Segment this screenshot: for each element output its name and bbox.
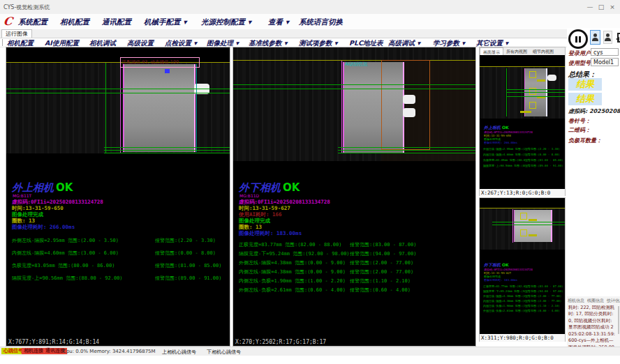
ai-overlay-label: AI识别信息 [345, 61, 367, 68]
camera-name: 外上相机 [484, 125, 501, 130]
measurement-row: 隔膜宽度-下=95.24mm 范围:(92.00 - 98.00) 报警范围:(… [239, 250, 416, 257]
overlay-green-line [6, 93, 230, 93]
alarm-range: 报警范围:(89.00 - 91.00) [155, 275, 221, 282]
view-tab-bar: 运行图像 [0, 29, 620, 38]
model-value[interactable]: Model1 [591, 58, 619, 66]
thumb-image-area: 外上相机OK 虚拟码:0FI1i=20250208133124728 时间:13… [480, 55, 565, 189]
overlay-green-vline [506, 68, 507, 116]
menu-comm-config[interactable]: 通讯配置 [102, 17, 131, 27]
measurement-row: 内侧左线-负极=1.90mm 范围:(1.00 - 2.20) 报警范围:(1.… [239, 278, 411, 285]
mini-measure-row: 内侧左线-隔膜=4.60mm 范围:(3.00 - 6.00) 报警范围:(0.… [483, 153, 563, 156]
alarm-range: 报警范围:(81.00 - 85.00) [155, 262, 221, 269]
info-tab-coil[interactable]: 线圈信息 [587, 298, 604, 304]
menu-light-config[interactable]: 光源控制配置 ▾ [201, 17, 251, 27]
electrode-region [123, 64, 195, 152]
thumb-tab-display[interactable]: 画面显示 [480, 47, 503, 55]
measure-value: 隔膜宽度-上=90.56mm 范围:(88.00 - 92.00) [483, 164, 525, 167]
pin-number-label: 卷针号： [568, 117, 591, 125]
login-user-value[interactable]: cys [591, 48, 619, 56]
measurement-row: 外侧左线-负极=2.61mm 范围:(0.60 - 4.00) 报警范围:(0.… [239, 287, 411, 294]
roi-value-label [520, 111, 531, 113]
roi-marker [529, 102, 536, 109]
overlay-cyan-vline [196, 64, 197, 152]
scrollbar-thumb[interactable] [618, 306, 619, 334]
alarm-range: 报警范围:(2.00 - 77.00) [525, 299, 561, 303]
window-title: CYS-视觉检测系统 [3, 3, 50, 11]
menu-system-config[interactable]: 系统配置 [18, 17, 47, 27]
measure-value: 负极宽度=83.05mm 范围:(80.00 - 86.00) [483, 158, 525, 162]
mini-measure-row: 外侧左线-隔膜=4.38mm 范围:(0.00 - 9.00) 报警范围:(2.… [483, 294, 563, 298]
exit-button[interactable] [615, 30, 620, 45]
menu-language-switch[interactable]: 系统语言切换 [299, 17, 343, 27]
tab-run-image[interactable]: 运行图像 [1, 29, 32, 38]
menu-camera-config[interactable]: 相机配置 [60, 17, 89, 27]
user-icon [606, 33, 610, 37]
elapsed-line: 图像处理耗时: 183.00ms [239, 230, 302, 237]
login-user-button[interactable] [590, 30, 600, 45]
toolbar-divider [2, 39, 3, 46]
menu-robot-config[interactable]: 机械手配置 ▾ [144, 17, 186, 27]
result-box-2: 结果 [568, 93, 602, 105]
measure-value: 内侧左线-隔膜=4.38mm 范围:(0.00 - 9.00) [483, 299, 525, 303]
maximize-icon[interactable]: □ [596, 2, 606, 12]
pixel-coords-readout: X:311;Y:980;R:0;G:0;B:0 [480, 334, 565, 342]
overlay-magenta-vline [512, 209, 513, 243]
overlay-green-line [492, 222, 565, 222]
measure-value: 外侧左线-隔膜=4.38mm 范围:(0.00 - 9.00) [483, 294, 525, 298]
measurement-row: 隔膜宽度-上=90.56mm 范围:(88.00 - 92.00) 报警范围:(… [12, 275, 221, 282]
thumb-tab-bar: 画面显示 所有内视图 细节内视图 [480, 47, 565, 55]
threshold-overlay-box: 匹配阈值:93, 动态阈值:100 [120, 57, 200, 68]
overlay-green-line [104, 147, 230, 148]
app-logo-icon: C [3, 15, 13, 28]
overlay-green-line [506, 92, 565, 93]
thumb-tab-all[interactable]: 所有内视图 [503, 47, 530, 55]
result-status: OK [56, 181, 73, 194]
roi-marker [520, 229, 527, 236]
exit-door-icon [617, 33, 620, 43]
camera-name: 外下相机 [239, 181, 281, 194]
thumb-tab-detail[interactable]: 细节内视图 [530, 47, 556, 55]
info-tab-camera[interactable]: 相机信息 [568, 298, 584, 304]
overlay-green-line [6, 89, 230, 89]
overlay-green-line [233, 89, 475, 89]
minimize-icon[interactable]: — [585, 2, 595, 12]
pixel-coords-readout: X:7677;Y:891;R:14;G:14;B:14 [8, 339, 99, 345]
overlay-green-line [104, 153, 230, 153]
overlay-green-line [338, 153, 475, 153]
alarm-range: 报警范围:(1.10 - 2.10) [350, 278, 411, 285]
menu-view[interactable]: 查看 ▾ [268, 17, 289, 27]
tab-connector-blob [547, 75, 556, 81]
close-icon[interactable]: × [607, 2, 617, 12]
right-control-panel: 登录用户： cys 使用型号： Model1 总结果： 结果 结果 虚拟码: 2… [567, 28, 620, 347]
elapsed-line: 图像处理耗时: 266.00ms [12, 224, 75, 231]
info-tab-stats[interactable]: 统计信息 [607, 298, 620, 304]
mini-measure-row: 外侧左线-隔膜=2.95mm 范围:(2.00 - 3.50) 报警范围:(2.… [483, 147, 563, 151]
tab-count-label: 负极耳数量： [568, 137, 602, 144]
elapsed-line: 图像处理耗时: 183.00ms [484, 278, 517, 282]
thumb-image-area: 外下相机OK 虚拟码:0FI1i=20250208133134728 时间:13… [480, 198, 565, 334]
thumb-view-top[interactable]: 画面显示 所有内视图 细节内视图 外上相机OK [479, 47, 566, 196]
measure-value: 外侧左线-隔膜=2.95mm 范围:(2.00 - 3.50) [12, 237, 155, 244]
measure-value: 正极宽度=83.77mm 范围:(82.00 - 88.00) [483, 285, 525, 288]
mini-measure-row: 负极宽度=83.05mm 范围:(80.00 - 86.00) 报警范围:(81… [483, 158, 563, 162]
measure-value: 外侧左线-隔膜=4.38mm 范围:(0.00 - 9.00) [239, 259, 350, 266]
measure-value: 内侧左线-隔膜=4.60mm 范围:(3.00 - 6.00) [12, 250, 155, 257]
overlay-yellow-line [480, 208, 565, 208]
mini-measure-row: 隔膜宽度-下=95.24mm 范围:(92.00 - 98.00) 报警范围:(… [483, 289, 563, 293]
measure-value: 负极宽度=83.05mm 范围:(80.00 - 86.00) [12, 262, 155, 269]
camera-name: 外下相机 [484, 262, 501, 267]
mini-measure-row: 内侧左线-负极=1.90mm 范围:(1.00 - 2.20) 报警范围:(1.… [483, 304, 563, 308]
exit-arrow-icon [616, 37, 619, 41]
center-camera-view[interactable]: AI识别信息 外下相机OK MG:B11D 虚拟码:0FI1i=20250208… [232, 47, 476, 347]
result-status: OK [283, 181, 300, 194]
operator-button[interactable] [603, 31, 612, 44]
lower-camera-heartbeat: 下相机心跳信号 [207, 349, 241, 356]
overlay-yellow-line [480, 66, 565, 67]
thumb-view-bottom[interactable]: 外下相机OK 虚拟码:0FI1i=20250208133134728 时间:13… [479, 197, 566, 342]
measure-value: 内侧左线-隔膜=4.60mm 范围:(3.00 - 6.00) [483, 153, 525, 156]
left-camera-view[interactable]: 匹配阈值:93, 动态阈值:100 外上相机OK MG:B11T 虚拟码:0FI… [6, 47, 230, 347]
measurement-row: 外侧左线-隔膜=4.38mm 范围:(0.00 - 9.00) 报警范围:(2.… [239, 259, 413, 266]
roi-marker [529, 71, 536, 78]
alarm-range: 报警范围:(0.60 - 4.00) [350, 287, 411, 294]
pause-button[interactable] [568, 29, 588, 49]
